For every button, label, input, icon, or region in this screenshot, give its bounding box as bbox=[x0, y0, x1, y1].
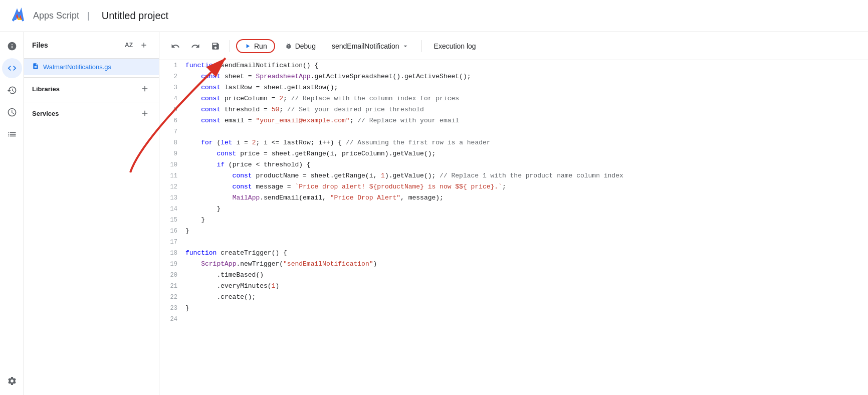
sidebar-item-settings[interactable] bbox=[2, 371, 22, 391]
add-library-button[interactable] bbox=[139, 83, 151, 95]
top-header: Apps Script | Untitled project bbox=[0, 0, 868, 32]
sidebar-item-info[interactable] bbox=[2, 36, 22, 56]
line-content: ScriptApp.newTrigger("sendEmailNotificat… bbox=[185, 259, 868, 270]
info-icon bbox=[7, 41, 17, 51]
main-layout: Files AZ WalmartNotifications.gs Librari… bbox=[0, 32, 868, 395]
line-number: 23 bbox=[159, 303, 185, 314]
redo-button[interactable] bbox=[187, 38, 203, 54]
line-content: function sendEmailNotification() { bbox=[185, 60, 868, 71]
add-file-button[interactable] bbox=[137, 38, 151, 52]
code-line: 9 const price = sheet.getRange(i, priceC… bbox=[159, 148, 868, 159]
code-line: 23} bbox=[159, 303, 868, 314]
toolbar-separator-1 bbox=[230, 40, 230, 52]
line-number: 3 bbox=[159, 82, 185, 93]
logo-area: Apps Script bbox=[8, 6, 79, 26]
history-icon bbox=[7, 85, 17, 95]
line-number: 8 bbox=[159, 137, 185, 148]
undo-icon bbox=[171, 42, 180, 51]
code-line: 12 const message = `Price drop alert! ${… bbox=[159, 181, 868, 192]
chevron-down-icon bbox=[401, 42, 409, 50]
debug-icon bbox=[285, 43, 292, 50]
line-content: } bbox=[185, 303, 868, 314]
debug-button[interactable]: Debug bbox=[279, 39, 322, 53]
toolbar-separator-2 bbox=[421, 40, 422, 52]
services-section: Services bbox=[24, 102, 159, 124]
line-number: 18 bbox=[159, 248, 185, 259]
line-content: .everyMinutes(1) bbox=[185, 281, 868, 292]
code-line: 4 const priceColumn = 2; // Replace with… bbox=[159, 93, 868, 104]
line-content: } bbox=[185, 215, 868, 226]
line-number: 24 bbox=[159, 314, 185, 325]
line-content: const threshold = 50; // Set your desire… bbox=[185, 104, 868, 115]
line-number: 16 bbox=[159, 226, 185, 237]
settings-icon bbox=[7, 376, 17, 386]
editor-area: Run Debug sendEmailNotification Executio… bbox=[159, 32, 868, 395]
code-line: 24 bbox=[159, 314, 868, 325]
sidebar-item-code[interactable] bbox=[2, 58, 22, 78]
line-number: 11 bbox=[159, 170, 185, 181]
libraries-section: Libraries bbox=[24, 77, 159, 100]
line-number: 1 bbox=[159, 60, 185, 71]
code-line: 7 bbox=[159, 126, 868, 137]
code-line: 10 if (price < threshold) { bbox=[159, 159, 868, 170]
sort-az-icon[interactable]: AZ bbox=[125, 42, 133, 49]
function-selector[interactable]: sendEmailNotification bbox=[326, 39, 415, 53]
line-content: } bbox=[185, 226, 868, 237]
line-number: 5 bbox=[159, 104, 185, 115]
line-content: const priceColumn = 2; // Replace with t… bbox=[185, 93, 868, 104]
save-icon bbox=[211, 42, 220, 51]
add-service-button[interactable] bbox=[139, 107, 151, 119]
function-name: sendEmailNotification bbox=[332, 42, 399, 50]
line-number: 6 bbox=[159, 115, 185, 126]
line-number: 17 bbox=[159, 237, 185, 248]
line-number: 20 bbox=[159, 270, 185, 281]
sidebar-item-history[interactable] bbox=[2, 80, 22, 100]
file-name: WalmartNotifications.gs bbox=[43, 63, 111, 71]
save-button[interactable] bbox=[207, 38, 224, 54]
line-content: .create(); bbox=[185, 292, 868, 303]
plus-icon-2 bbox=[140, 109, 149, 118]
line-number: 4 bbox=[159, 93, 185, 104]
line-number: 10 bbox=[159, 159, 185, 170]
app-title: Apps Script bbox=[33, 11, 79, 21]
files-toolbar: Files AZ bbox=[24, 32, 159, 59]
files-panel: Files AZ WalmartNotifications.gs Librari… bbox=[24, 32, 159, 395]
run-button[interactable]: Run bbox=[236, 39, 275, 53]
line-content: const email = "your_email@example.com"; … bbox=[185, 115, 868, 126]
code-editor[interactable]: 1function sendEmailNotification() {2 con… bbox=[159, 60, 868, 395]
code-line: 16} bbox=[159, 226, 868, 237]
icon-sidebar bbox=[0, 32, 24, 395]
files-label: Files bbox=[32, 41, 121, 49]
code-line: 22 .create(); bbox=[159, 292, 868, 303]
code-line: 8 for (let i = 2; i <= lastRow; i++) { /… bbox=[159, 137, 868, 148]
line-number: 14 bbox=[159, 204, 185, 215]
undo-button[interactable] bbox=[167, 38, 183, 54]
file-item-walmart[interactable]: WalmartNotifications.gs bbox=[24, 59, 159, 75]
line-number: 7 bbox=[159, 126, 185, 137]
code-line: 17 bbox=[159, 237, 868, 248]
code-line: 6 const email = "your_email@example.com"… bbox=[159, 115, 868, 126]
line-content: const message = `Price drop alert! ${pro… bbox=[185, 181, 868, 192]
line-number: 21 bbox=[159, 281, 185, 292]
code-line: 19 ScriptApp.newTrigger("sendEmailNotifi… bbox=[159, 259, 868, 270]
checklist-icon bbox=[7, 129, 17, 139]
sidebar-item-checklist[interactable] bbox=[2, 124, 22, 144]
plus-icon bbox=[140, 84, 149, 93]
sidebar-item-triggers[interactable] bbox=[2, 102, 22, 122]
line-content: function createTrigger() { bbox=[185, 248, 868, 259]
run-play-icon bbox=[244, 43, 251, 50]
project-title: Untitled project bbox=[102, 10, 168, 22]
line-number: 19 bbox=[159, 259, 185, 270]
execution-log-button[interactable]: Execution log bbox=[428, 39, 482, 53]
line-content: const price = sheet.getRange(i, priceCol… bbox=[185, 148, 868, 159]
execution-log-label: Execution log bbox=[434, 42, 476, 50]
line-content: } bbox=[185, 204, 868, 215]
code-line: 13 MailApp.sendEmail(email, "Price Drop … bbox=[159, 192, 868, 204]
code-line: 21 .everyMinutes(1) bbox=[159, 281, 868, 292]
triggers-icon bbox=[7, 107, 17, 117]
line-number: 15 bbox=[159, 215, 185, 226]
editor-toolbar: Run Debug sendEmailNotification Executio… bbox=[159, 32, 868, 60]
libraries-label: Libraries bbox=[32, 85, 139, 93]
add-icon bbox=[140, 41, 148, 49]
line-number: 9 bbox=[159, 148, 185, 159]
